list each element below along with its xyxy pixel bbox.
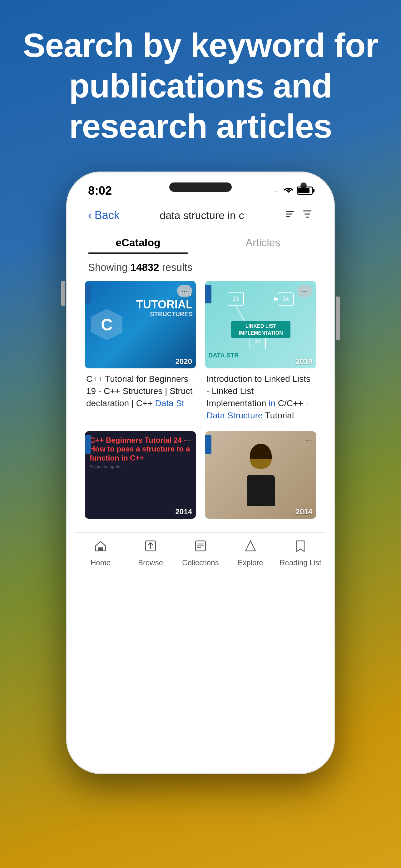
svg-text:23: 23	[232, 296, 239, 302]
results-suffix: results	[159, 261, 192, 273]
signal-icon: ···	[273, 187, 280, 194]
phone-side-button-right	[336, 297, 340, 340]
tab-articles-label: Articles	[245, 237, 280, 248]
bottom-nav-collections-label: Collections	[182, 558, 219, 567]
tab-ecatalog-label: eCatalog	[115, 237, 161, 248]
cpp-hex-icon: C	[91, 309, 123, 340]
bottom-nav-explore[interactable]: Explore	[226, 539, 275, 567]
phone-notch	[169, 183, 232, 192]
highlight-1: Data St	[155, 398, 184, 408]
item-badge-1	[85, 285, 91, 303]
thumbnail-2: 23 14 72	[205, 281, 316, 368]
back-label: Back	[95, 209, 120, 222]
phone-mockup: 8:02 ···	[66, 172, 335, 774]
collections-icon	[194, 539, 207, 556]
svg-text:14: 14	[282, 296, 289, 302]
svg-text:LINKED LIST: LINKED LIST	[245, 323, 276, 329]
bottom-nav-home[interactable]: Home	[75, 539, 126, 567]
phone-side-button-left	[61, 281, 65, 306]
item-title-4	[205, 519, 316, 523]
more-button-1[interactable]: ···	[177, 285, 192, 297]
bottom-nav-browse-label: Browse	[138, 558, 163, 567]
results-count: Showing 14832 results	[75, 254, 326, 281]
person-head	[250, 444, 272, 469]
year-badge-2: 2019	[296, 357, 312, 366]
svg-rect-13	[99, 548, 102, 551]
thumbnail-4: ··· 2014	[205, 431, 316, 519]
year-badge-3: 2014	[175, 507, 192, 516]
bottom-nav-reading-list-label: Reading List	[279, 558, 321, 567]
results-grid: C C++ TUTORIAL STRUCTURES ··· 2020 C++ T…	[75, 281, 326, 532]
bottom-nav-home-label: Home	[91, 558, 110, 567]
year-badge-4: 2014	[296, 507, 312, 516]
nav-bar: ‹ Back data structure in c	[75, 202, 326, 229]
bottom-nav-browse[interactable]: Browse	[126, 539, 175, 567]
grid-item-1[interactable]: C C++ TUTORIAL STRUCTURES ··· 2020 C++ T…	[85, 281, 196, 422]
filter-icon[interactable]	[302, 208, 313, 222]
battery-icon	[297, 187, 313, 195]
svg-text:72: 72	[254, 339, 261, 346]
bottom-nav-collections[interactable]: Collections	[175, 539, 226, 567]
person-image	[240, 444, 281, 506]
more-button-3[interactable]: ···	[185, 435, 192, 445]
linked-list-visual: 23 14 72	[225, 290, 297, 360]
svg-marker-20	[245, 541, 256, 551]
year-badge-1: 2020	[175, 357, 192, 366]
browse-icon	[144, 539, 157, 556]
app-content: ‹ Back data structure in c	[75, 202, 326, 765]
highlight-ds: Data Structure	[206, 410, 263, 420]
results-prefix: Showing	[88, 261, 131, 273]
cpp-sub: STRUCTURES	[136, 311, 193, 318]
more-button-2[interactable]: ···	[297, 285, 312, 297]
results-number: 14832	[131, 261, 159, 273]
svg-text:IMPLEMENTATION: IMPLEMENTATION	[239, 330, 283, 336]
item-badge-3	[85, 435, 91, 454]
nav-action-icons	[284, 208, 313, 222]
beginners-code: // code snippets...	[90, 464, 191, 470]
back-button[interactable]: ‹ Back	[88, 209, 120, 222]
time-display: 8:02	[88, 184, 112, 197]
content-tabs: eCatalog Articles	[75, 229, 326, 254]
thumbnail-1: C C++ TUTORIAL STRUCTURES ··· 2020	[85, 281, 196, 368]
hero-section: Search by keyword for publications and r…	[0, 0, 401, 159]
bottom-nav-reading-list[interactable]: Reading List	[275, 539, 326, 567]
item-badge-4	[205, 435, 211, 454]
grid-item-3[interactable]: C++ Beginners Tutorial 24 - How to pass …	[85, 431, 196, 523]
item-title-3	[85, 519, 196, 523]
home-icon	[94, 539, 107, 556]
status-icons: ···	[273, 186, 313, 195]
reading-list-icon	[294, 539, 307, 556]
cpp-logo: C	[91, 309, 123, 340]
back-chevron-icon: ‹	[88, 209, 92, 222]
grid-item-2[interactable]: 23 14 72	[205, 281, 316, 422]
person-hair	[250, 444, 272, 459]
item-title-1: C++ Tutorial for Beginners 19 - C++ Stru…	[85, 368, 196, 410]
hero-title: Search by keyword for publications and r…	[19, 25, 382, 147]
bottom-nav-explore-label: Explore	[238, 558, 263, 567]
data-stru-label: DATA STR	[208, 352, 239, 359]
thumbnail-3: C++ Beginners Tutorial 24 - How to pass …	[85, 431, 196, 519]
sort-icon[interactable]	[284, 208, 295, 222]
bottom-nav: Home Browse	[75, 532, 326, 577]
explore-icon	[244, 539, 257, 556]
cpp-title: TUTORIAL	[136, 299, 193, 311]
search-query-title: data structure in c	[120, 209, 284, 221]
grid-item-4[interactable]: ··· 2014	[205, 431, 316, 523]
wifi-icon	[283, 186, 294, 195]
beginners-title: C++ Beginners Tutorial 24 - How to pass …	[90, 436, 191, 463]
phone-shell: 8:02 ···	[66, 172, 335, 774]
person-body	[247, 475, 275, 506]
item-badge-2	[205, 285, 211, 303]
tab-ecatalog[interactable]: eCatalog	[75, 229, 201, 254]
highlight-in: in	[269, 398, 275, 408]
item-title-2: Introduction to Linked Lists - Linked Li…	[205, 368, 316, 422]
more-button-4[interactable]: ···	[305, 435, 312, 445]
tab-articles[interactable]: Articles	[201, 229, 326, 254]
status-bar: 8:02 ···	[75, 181, 326, 202]
